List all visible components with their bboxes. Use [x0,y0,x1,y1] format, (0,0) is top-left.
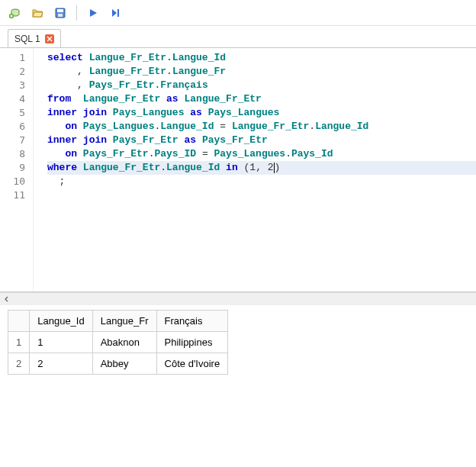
row-header-blank [8,311,30,332]
code-area[interactable]: select Langue_Fr_Etr.Langue_Id , Langue_… [34,48,476,291]
table-row[interactable]: 22AbbeyCôte d'Ivoire [8,353,228,375]
column-header[interactable]: Langue_Fr [92,311,156,332]
line-number: 9 [0,161,33,175]
line-number: 1 [0,51,33,65]
svg-rect-4 [58,14,63,17]
line-number: 11 [0,188,33,202]
line-number: 4 [0,92,33,106]
column-header[interactable]: Langue_Id [30,311,92,332]
code-line: select Langue_Fr_Etr.Langue_Id [47,51,476,65]
tab-bar: SQL 1 [0,26,476,47]
line-number: 8 [0,147,33,161]
connect-icon[interactable] [5,3,24,23]
cell[interactable]: Abaknon [92,332,156,353]
results-table[interactable]: Langue_IdLangue_FrFrançais 11AbaknonPhil… [8,310,228,375]
line-gutter: 1234567891011 [0,48,34,291]
run-to-end-icon[interactable] [106,3,126,23]
close-icon[interactable] [45,34,54,43]
row-number: 1 [8,332,30,353]
code-line: , Langue_Fr_Etr.Langue_Fr [47,65,476,79]
code-line [47,188,476,202]
code-editor[interactable]: 1234567891011 select Langue_Fr_Etr.Langu… [0,48,476,292]
table-row[interactable]: 11AbaknonPhilippines [8,332,228,353]
svg-rect-5 [117,9,119,17]
scroll-left-icon[interactable] [0,293,13,306]
open-icon[interactable] [27,3,47,23]
row-number: 2 [8,353,30,375]
code-line: ; [47,175,476,188]
cell[interactable]: Abbey [92,353,156,375]
code-line: from Langue_Fr_Etr as Langue_Fr_Etr [47,92,476,106]
line-number: 10 [0,175,33,188]
svg-rect-3 [57,9,63,12]
code-line: , Pays_Fr_Etr.Français [47,79,476,92]
code-line: where Langue_Fr_Etr.Langue_Id in (1, 2) [47,161,476,175]
horizontal-scrollbar[interactable] [0,292,476,305]
toolbar [0,0,476,26]
code-line: on Pays_Langues.Langue_Id = Langue_Fr_Et… [47,120,476,134]
cell[interactable]: 2 [30,353,92,375]
results-panel: Langue_IdLangue_FrFrançais 11AbaknonPhil… [0,305,476,379]
line-number: 6 [0,120,33,134]
run-icon[interactable] [83,3,103,23]
code-line: inner join Pays_Fr_Etr as Pays_Fr_Etr [47,134,476,147]
toolbar-separator [76,5,77,21]
column-header[interactable]: Français [156,311,228,332]
code-line: inner join Pays_Langues as Pays_Langues [47,106,476,120]
tab-sql1[interactable]: SQL 1 [8,29,61,47]
line-number: 7 [0,134,33,147]
cell[interactable]: 1 [30,332,92,353]
line-number: 3 [0,79,33,92]
tab-label: SQL 1 [14,34,40,44]
save-icon[interactable] [50,3,70,23]
cell[interactable]: Côte d'Ivoire [156,353,228,375]
line-number: 2 [0,65,33,79]
line-number: 5 [0,106,33,120]
cell[interactable]: Philippines [156,332,228,353]
editor-panel: 1234567891011 select Langue_Fr_Etr.Langu… [0,47,476,305]
code-line: on Pays_Fr_Etr.Pays_ID = Pays_Langues.Pa… [47,147,476,161]
